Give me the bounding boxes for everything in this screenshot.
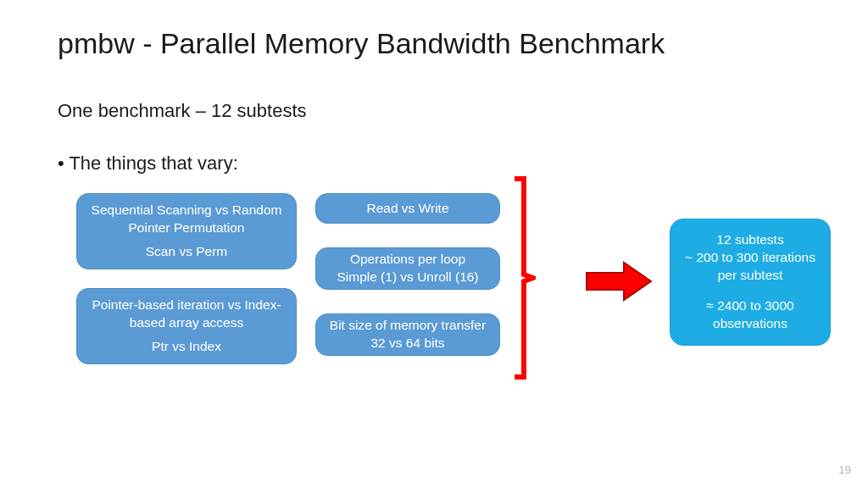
box-subtext: Ptr vs Index bbox=[152, 338, 221, 356]
box-subtext: Scan vs Perm bbox=[146, 243, 227, 261]
box-observations-summary: 12 subtests ~ 200 to 300 iterations per … bbox=[670, 219, 831, 346]
box-scan-vs-perm: Sequential Scanning vs Random Pointer Pe… bbox=[76, 193, 297, 269]
summary-text: ≈ 2400 to 3000 bbox=[706, 297, 793, 315]
summary-text: observations bbox=[713, 315, 787, 333]
box-text: Operations per loop bbox=[350, 251, 465, 269]
box-text: Pointer-based iteration vs Index- bbox=[92, 297, 281, 314]
box-text: 32 vs 64 bits bbox=[370, 335, 444, 352]
box-ops-per-loop: Operations per loop Simple (1) vs Unroll… bbox=[315, 247, 500, 290]
box-text: Read vs Write bbox=[366, 200, 448, 218]
box-text: Pointer Permutation bbox=[129, 219, 245, 237]
box-text: Sequential Scanning vs Random bbox=[92, 202, 282, 219]
bracket-icon bbox=[512, 176, 536, 380]
svg-marker-0 bbox=[587, 263, 651, 300]
box-bit-size: Bit size of memory transfer 32 vs 64 bit… bbox=[315, 313, 500, 356]
bullet-things-vary: The things that vary: bbox=[58, 152, 238, 175]
box-text: based array access bbox=[130, 314, 243, 332]
box-text: Simple (1) vs Unroll (16) bbox=[337, 269, 478, 286]
arrow-right-icon bbox=[585, 261, 653, 302]
box-ptr-vs-index: Pointer-based iteration vs Index- based … bbox=[76, 288, 297, 364]
slide-title: pmbw - Parallel Memory Bandwidth Benchma… bbox=[58, 27, 665, 60]
summary-text: ~ 200 to 300 iterations bbox=[685, 249, 815, 267]
page-number: 19 bbox=[839, 463, 851, 476]
summary-text: per subtest bbox=[718, 267, 783, 285]
slide-subtitle: One benchmark – 12 subtests bbox=[58, 100, 307, 122]
box-read-vs-write: Read vs Write bbox=[315, 193, 500, 224]
summary-text: 12 subtests bbox=[716, 231, 783, 249]
box-text: Bit size of memory transfer bbox=[330, 317, 486, 335]
